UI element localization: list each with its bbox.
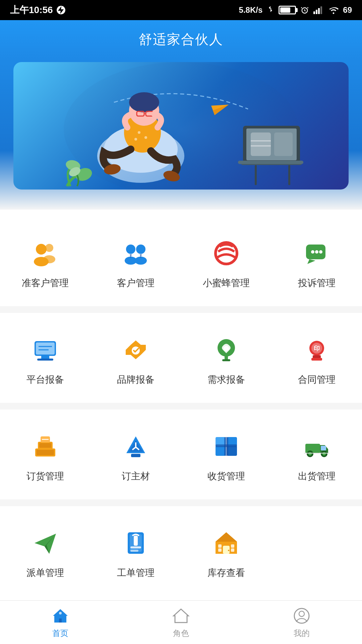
svg-rect-31 (238, 161, 303, 164)
bluetooth-icon (266, 5, 275, 15)
order-label: 订货管理 (26, 470, 64, 483)
bee-icon (209, 236, 243, 270)
svg-rect-100 (231, 544, 234, 548)
menu-section-2: 平台报备 品牌报备 (0, 313, 362, 403)
time: 上午10:56 (10, 4, 53, 16)
svg-rect-51 (41, 356, 49, 359)
customer-icon (119, 236, 153, 270)
svg-rect-28 (288, 165, 290, 185)
svg-rect-77 (216, 446, 226, 456)
svg-rect-101 (231, 548, 234, 552)
inventory-label: 库存查看 (207, 567, 245, 579)
svg-rect-2 (313, 11, 315, 14)
tab-mine-label: 我的 (294, 628, 310, 639)
menu-section-3: 订货管理 订主材 (0, 410, 362, 499)
menu-item-platform[interactable]: 平台报备 (0, 323, 90, 393)
wifi-icon (328, 5, 339, 15)
svg-rect-4 (318, 8, 320, 14)
receive-icon (209, 430, 243, 463)
workorder-label: 工单管理 (117, 567, 155, 579)
dispatch-label: 派单管理 (26, 567, 64, 579)
svg-point-105 (59, 612, 62, 614)
menu-item-order[interactable]: 订货管理 (0, 420, 90, 489)
svg-rect-5 (320, 6, 322, 14)
tab-home[interactable]: 首页 (0, 606, 121, 639)
svg-rect-93 (130, 546, 141, 548)
svg-rect-3 (316, 10, 317, 14)
svg-point-108 (299, 611, 304, 616)
svg-rect-68 (39, 443, 51, 448)
menu-item-material[interactable]: 订主材 (90, 420, 181, 489)
app-title: 舒适家合伙人 (0, 30, 362, 49)
menu-item-dispatch[interactable]: 派单管理 (0, 516, 90, 586)
svg-rect-92 (134, 536, 138, 546)
platform-label: 平台报备 (26, 373, 64, 386)
workorder-icon (119, 526, 153, 560)
svg-rect-82 (216, 444, 237, 447)
svg-rect-63 (311, 358, 322, 361)
svg-point-47 (315, 250, 318, 254)
svg-point-86 (308, 452, 312, 455)
menu-item-receive[interactable]: 收货管理 (181, 420, 272, 489)
banner (13, 62, 349, 190)
svg-point-21 (144, 136, 147, 139)
svg-point-39 (43, 255, 55, 263)
svg-rect-50 (36, 342, 55, 355)
brand-icon (119, 333, 153, 367)
receive-label: 收货管理 (207, 470, 245, 483)
order-icon (28, 430, 62, 463)
demand-label: 需求报备 (207, 373, 245, 386)
menu-item-complaint[interactable]: 投诉管理 (272, 226, 362, 296)
tab-mine[interactable]: 我的 (241, 606, 362, 639)
svg-rect-27 (255, 165, 257, 185)
brand-label: 品牌报备 (117, 373, 155, 386)
contract-label: 合同管理 (298, 373, 336, 386)
prospect-icon (28, 236, 62, 270)
svg-rect-32 (251, 132, 271, 156)
menu-item-customer[interactable]: 客户管理 (90, 226, 181, 296)
material-label: 订主材 (122, 470, 150, 483)
divider-3 (0, 499, 362, 506)
bolt-icon (56, 5, 66, 15)
svg-text:印: 印 (314, 345, 320, 352)
platform-icon (28, 333, 62, 367)
inventory-icon (209, 526, 243, 560)
svg-rect-99 (218, 548, 222, 552)
contract-icon: 印 (300, 333, 334, 367)
svg-rect-104 (59, 619, 62, 623)
status-right: 5.8K/s 69 (239, 5, 352, 15)
menu-item-inventory[interactable]: 库存查看 (181, 516, 272, 586)
tab-home-label: 首页 (52, 628, 68, 639)
svg-point-40 (126, 245, 135, 254)
svg-rect-52 (37, 359, 53, 361)
svg-point-57 (224, 346, 229, 351)
menu-item-contract[interactable]: 印 合同管理 (272, 323, 362, 393)
tab-role[interactable]: 角色 (121, 606, 241, 639)
svg-rect-33 (274, 132, 293, 156)
complaint-icon (300, 236, 334, 270)
home-tab-icon (51, 606, 70, 625)
svg-marker-96 (216, 532, 237, 542)
menu-item-workorder[interactable]: 工单管理 (90, 516, 181, 586)
svg-rect-59 (222, 359, 230, 361)
header: 舒适家合伙人 (0, 20, 362, 62)
menu-section-4: 派单管理 工单管理 (0, 506, 362, 596)
menu-item-demand[interactable]: 需求报备 (181, 323, 272, 393)
banner-wrapper (0, 62, 362, 210)
divider-2 (0, 403, 362, 410)
network-speed: 5.8K/s (239, 5, 263, 15)
signal-icon (313, 5, 324, 15)
banner-illustration (13, 62, 349, 190)
menu-item-ship[interactable]: 出货管理 (272, 420, 362, 489)
status-left: 上午10:56 (10, 4, 66, 16)
prospect-label: 准客户管理 (22, 277, 69, 289)
menu-item-bee[interactable]: 小蜜蜂管理 (181, 226, 272, 296)
svg-point-20 (138, 131, 140, 134)
dispatch-icon (28, 526, 62, 560)
svg-point-48 (319, 250, 322, 254)
svg-marker-106 (174, 609, 188, 623)
menu-item-brand[interactable]: 品牌报备 (90, 323, 181, 393)
divider-1 (0, 306, 362, 313)
tab-role-label: 角色 (173, 628, 189, 639)
menu-item-prospect[interactable]: 准客户管理 (0, 226, 90, 296)
